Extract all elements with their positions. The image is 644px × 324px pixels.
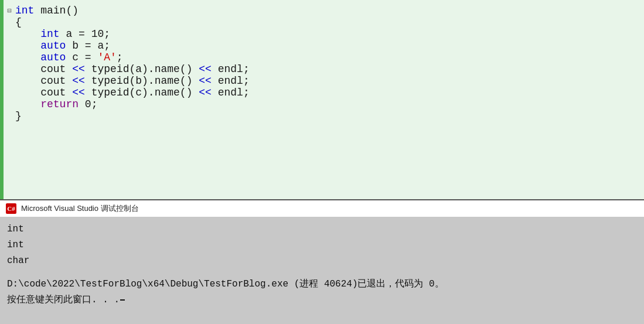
line-body-3: int a = 10; [15,28,644,40]
fold-indicator-7 [4,75,15,87]
fold-indicator-3 [4,28,15,40]
vs-icon: C# [6,203,16,214]
console-output-line-3: char [7,253,637,269]
console-footer-line-1: D:\code\2022\TestForBlog\x64\Debug\TestF… [7,277,637,292]
line-body-6: cout << typeid(a).name() << endl; [15,63,644,75]
code-line-8: cout << typeid(c).name() << endl; [0,87,644,98]
code-line-5: auto c = 'A'; [0,52,644,63]
code-line-2: { [0,16,644,28]
code-line-4: auto b = a; [0,40,644,52]
line-body-2: { [15,16,644,28]
line-body-4: auto b = a; [15,40,644,52]
keyword-int: int [15,5,34,16]
code-editor: ⊟ int main() { int a = 10; auto b = a; a… [0,0,644,199]
code-line-6: cout << typeid(a).name() << endl; [0,63,644,75]
line-body-5: auto c = 'A'; [15,52,644,63]
fold-indicator-4 [4,40,15,52]
line-body-10: } [15,110,644,122]
fold-indicator-5 [4,52,15,63]
line-body-8: cout << typeid(c).name() << endl; [15,87,644,98]
console-output-line-2: int [7,237,637,253]
fold-indicator-9 [4,98,15,110]
code-line-10: } [0,110,644,122]
code-line-3: int a = 10; [0,28,644,40]
fold-indicator-8 [4,87,15,98]
console-output-line-1: int [7,221,637,237]
line-body-9: return 0; [15,98,644,110]
green-bar [0,0,4,199]
fold-indicator-10 [4,110,15,122]
cursor [120,299,125,301]
fold-indicator-1: ⊟ [4,5,15,16]
console-gap [7,270,637,277]
console-title: Microsoft Visual Studio 调试控制台 [21,203,139,214]
code-line-7: cout << typeid(b).name() << endl; [0,75,644,87]
console-area: C# Microsoft Visual Studio 调试控制台 int int… [0,199,644,324]
console-body: int int char D:\code\2022\TestForBlog\x6… [0,217,644,324]
console-footer-line-2: 按任意键关闭此窗口. . . [7,292,637,308]
line-body-7: cout << typeid(b).name() << endl; [15,75,644,87]
code-line-1: ⊟ int main() [0,5,644,16]
line-body-1: int main() [15,5,644,16]
console-titlebar: C# Microsoft Visual Studio 调试控制台 [0,199,644,217]
fold-indicator-6 [4,63,15,75]
code-line-9: return 0; [0,98,644,110]
fold-indicator-2 [4,16,15,28]
